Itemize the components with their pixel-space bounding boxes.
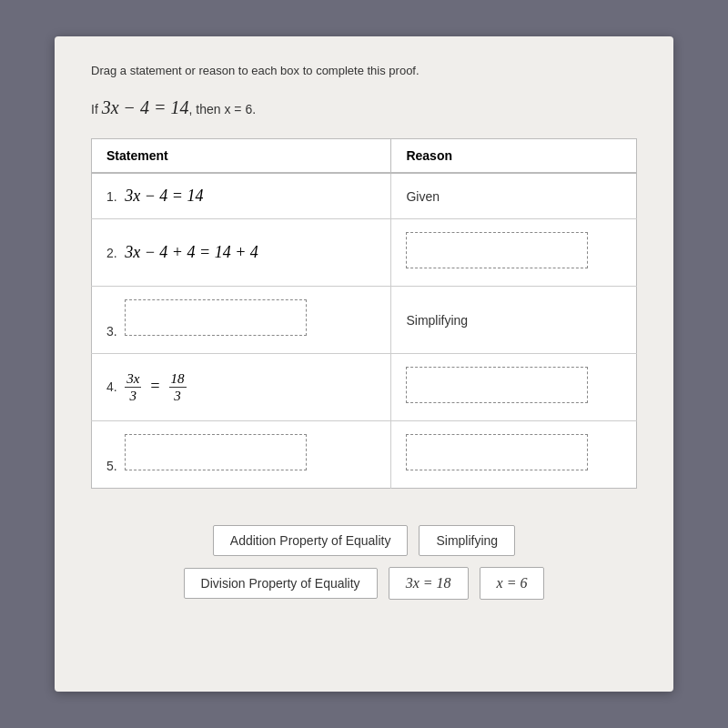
table-row: 2. 3x − 4 + 4 = 14 + 4	[92, 219, 637, 287]
drag-row-2: Division Property of Equality 3x = 18 x …	[184, 567, 545, 600]
table-row: 5.	[92, 421, 637, 489]
row5-statement-dropbox[interactable]	[125, 434, 307, 470]
chip-x-6[interactable]: x = 6	[480, 567, 545, 600]
row1-statement: 1. 3x − 4 = 14	[92, 173, 391, 219]
row5-statement-cell[interactable]: 5.	[92, 421, 391, 489]
table-row: 3. Simplifying	[92, 287, 637, 354]
instructions-text: Drag a statement or reason to each box t…	[91, 64, 637, 77]
given-statement: If 3x − 4 = 14, then x = 6.	[91, 97, 637, 118]
row2-reason-dropbox[interactable]	[406, 232, 588, 268]
row5-reason-dropbox[interactable]	[406, 434, 588, 470]
fraction-18-3: 18 3	[169, 370, 187, 404]
row4-statement: 4. 3x 3 = 18 3	[92, 354, 391, 421]
row3-statement-cell[interactable]: 3.	[92, 287, 391, 354]
row2-reason-cell[interactable]	[391, 219, 637, 287]
row2-statement: 2. 3x − 4 + 4 = 14 + 4	[92, 219, 391, 287]
chip-addition-property[interactable]: Addition Property of Equality	[213, 525, 409, 556]
row3-reason: Simplifying	[391, 287, 637, 354]
proof-table: Statement Reason 1. 3x − 4 = 14 Given 2.…	[91, 138, 637, 489]
chip-3x-18[interactable]: 3x = 18	[389, 567, 469, 600]
fraction-3x-3: 3x 3	[125, 370, 141, 404]
then-label: , then x = 6.	[189, 102, 257, 116]
table-row: 4. 3x 3 = 18 3	[92, 354, 637, 421]
given-equation: 3x − 4 = 14	[102, 97, 189, 117]
row3-statement-dropbox[interactable]	[125, 299, 307, 336]
row4-reason-dropbox[interactable]	[406, 367, 588, 403]
row1-reason: Given	[391, 173, 637, 219]
row4-reason-cell[interactable]	[391, 354, 637, 421]
main-page: Drag a statement or reason to each box t…	[55, 36, 673, 692]
if-label: If	[91, 102, 102, 116]
chip-simplifying[interactable]: Simplifying	[419, 525, 515, 556]
chip-division-property[interactable]: Division Property of Equality	[184, 568, 378, 599]
drag-chips-area: Addition Property of Equality Simplifyin…	[91, 525, 637, 600]
col-header-reason: Reason	[391, 139, 637, 174]
drag-row-1: Addition Property of Equality Simplifyin…	[213, 525, 515, 556]
col-header-statement: Statement	[92, 139, 391, 174]
table-row: 1. 3x − 4 = 14 Given	[92, 173, 637, 219]
row5-reason-cell[interactable]	[391, 421, 637, 489]
